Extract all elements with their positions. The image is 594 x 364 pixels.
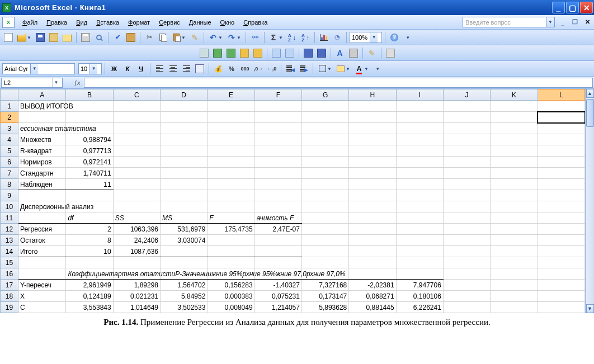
cell-C7[interactable] xyxy=(113,168,160,179)
cell-L13[interactable] xyxy=(538,235,584,246)
cell-A10[interactable]: Дисперсионный анализ xyxy=(18,201,66,212)
col-header-F[interactable]: F xyxy=(254,89,301,101)
aux-btn-9[interactable] xyxy=(315,47,328,59)
row-header-10[interactable]: 10 xyxy=(1,201,18,212)
cell-K1[interactable] xyxy=(491,101,538,112)
cell-F13[interactable] xyxy=(254,235,301,246)
sort-asc-button[interactable]: ↓ xyxy=(286,31,298,44)
cell-B11[interactable]: df xyxy=(66,212,113,224)
cell-J16[interactable] xyxy=(443,268,490,280)
redo-button[interactable]: ↷▼ xyxy=(225,31,238,44)
cell-B13[interactable]: 8 xyxy=(66,235,113,246)
cell-F5[interactable] xyxy=(254,145,301,157)
ask-question-dropdown[interactable]: ▼ xyxy=(546,17,555,27)
cell-G17[interactable]: 7,327168 xyxy=(301,280,348,291)
cell-F15[interactable] xyxy=(254,257,301,268)
cell-C18[interactable]: 0,021231 xyxy=(113,291,160,302)
cell-C1[interactable] xyxy=(113,101,160,112)
cell-J17[interactable] xyxy=(443,280,490,291)
cell-D4[interactable] xyxy=(161,134,208,145)
cell-E10[interactable] xyxy=(208,201,254,212)
cell-A15[interactable] xyxy=(18,257,66,268)
cell-K17[interactable] xyxy=(491,280,538,291)
cell-D8[interactable] xyxy=(161,179,208,190)
cell-C14[interactable]: 1087,636 xyxy=(113,246,160,257)
cell-B18[interactable]: 0,124189 xyxy=(66,291,113,302)
cell-L8[interactable] xyxy=(538,179,584,190)
align-right-button[interactable] xyxy=(180,63,192,75)
cell-J18[interactable] xyxy=(443,291,490,302)
cell-H11[interactable] xyxy=(349,212,396,224)
cell-K3[interactable] xyxy=(491,123,538,134)
decrease-indent-button[interactable]: ◀ xyxy=(284,63,296,75)
cell-C2[interactable] xyxy=(113,112,160,123)
cell-I7[interactable] xyxy=(396,168,443,179)
cell-I12[interactable] xyxy=(396,224,443,235)
permission-button[interactable] xyxy=(48,31,60,44)
col-header-A[interactable]: A xyxy=(18,89,66,101)
cell-A13[interactable]: Остаток xyxy=(18,235,66,246)
cell-G4[interactable] xyxy=(301,134,348,145)
cell-E13[interactable] xyxy=(208,235,254,246)
font-name-combo[interactable]: Arial Cyr ▼ xyxy=(2,63,75,74)
cell-H2[interactable] xyxy=(349,112,396,123)
cell-G3[interactable] xyxy=(301,123,348,134)
help-button[interactable]: ? xyxy=(388,31,400,44)
cell-L15[interactable] xyxy=(538,257,584,268)
cell-D7[interactable] xyxy=(161,168,208,179)
col-header-G[interactable]: G xyxy=(301,89,348,101)
col-header-B[interactable]: B xyxy=(66,89,113,101)
cell-I15[interactable] xyxy=(396,257,443,268)
cell-K5[interactable] xyxy=(491,145,538,157)
format-painter-button[interactable]: ✎ xyxy=(188,31,201,44)
cell-K15[interactable] xyxy=(491,257,538,268)
cell-J13[interactable] xyxy=(443,235,490,246)
cell-I4[interactable] xyxy=(396,134,443,145)
drawing-button[interactable]: ◔ xyxy=(331,31,343,44)
cell-I6[interactable] xyxy=(396,157,443,168)
email-button[interactable] xyxy=(61,31,73,44)
bold-button[interactable]: Ж xyxy=(108,63,120,75)
menu-формат[interactable]: Формат xyxy=(124,17,154,27)
cell-A18[interactable]: X xyxy=(18,291,66,302)
cell-E1[interactable] xyxy=(208,101,254,112)
cell-L10[interactable] xyxy=(538,201,584,212)
cell-H3[interactable] xyxy=(349,123,396,134)
cell-I17[interactable]: 7,947706 xyxy=(396,280,443,291)
cell-L11[interactable] xyxy=(538,212,584,224)
cell-B19[interactable]: 3,553843 xyxy=(66,302,113,313)
mdi-restore-button[interactable]: ❐ xyxy=(571,18,579,26)
cell-C19[interactable]: 1,014649 xyxy=(113,302,160,313)
cell-G12[interactable] xyxy=(301,224,348,235)
col-header-C[interactable]: C xyxy=(113,89,160,101)
cell-E3[interactable] xyxy=(208,123,254,134)
cell-D18[interactable]: 5,84952 xyxy=(161,291,208,302)
borders-button[interactable]: ▼ xyxy=(316,63,328,75)
cell-H17[interactable]: -2,02381 xyxy=(349,280,396,291)
cell-H10[interactable] xyxy=(349,201,396,212)
aux-btn-1[interactable] xyxy=(198,47,210,59)
cell-D1[interactable] xyxy=(161,101,208,112)
cell-L4[interactable] xyxy=(538,134,584,145)
cell-B17[interactable]: 2,961949 xyxy=(66,280,113,291)
cell-G19[interactable]: 5,893628 xyxy=(301,302,348,313)
cell-K10[interactable] xyxy=(491,201,538,212)
scroll-thumb[interactable] xyxy=(586,99,594,127)
cell-K14[interactable] xyxy=(491,246,538,257)
save-button[interactable] xyxy=(34,31,46,44)
cell-C13[interactable]: 24,2406 xyxy=(113,235,160,246)
cell-J14[interactable] xyxy=(443,246,490,257)
cell-H7[interactable] xyxy=(349,168,396,179)
cell-A14[interactable]: Итого xyxy=(18,246,66,257)
row-header-14[interactable]: 14 xyxy=(1,246,18,257)
cell-F3[interactable] xyxy=(254,123,301,134)
mdi-minimize-button[interactable]: _ xyxy=(558,18,567,26)
mdi-close-button[interactable]: ✕ xyxy=(583,18,592,26)
cell-L14[interactable] xyxy=(538,246,584,257)
zoom-combo[interactable]: 100% ▼ xyxy=(350,32,382,43)
cell-E12[interactable]: 175,4735 xyxy=(208,224,254,235)
cell-E9[interactable] xyxy=(208,190,254,201)
cell-D11[interactable]: MS xyxy=(161,212,208,224)
chart-wizard-button[interactable] xyxy=(318,31,330,44)
cell-F6[interactable] xyxy=(254,157,301,168)
